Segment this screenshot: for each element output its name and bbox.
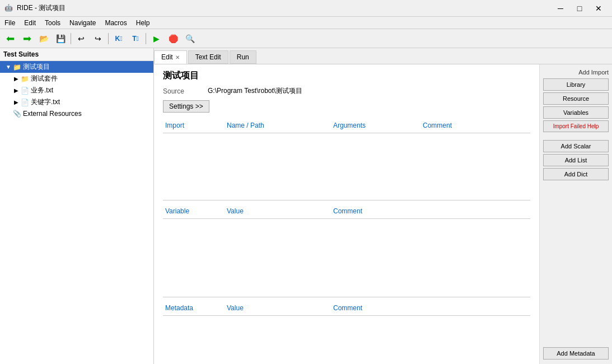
right-buttons-panel: Add Import Library Resource Variables Im… [539,64,612,364]
content-area: Edit ✕ Text Edit Run 测试项目 [154,48,612,364]
toolbar-debug[interactable]: 🔍 [182,31,198,46]
sidebar-header: Test Suites [0,48,153,61]
sidebar-item-root[interactable]: ▼ 📁 测试项目 [0,61,153,73]
import-col-header: Import [163,119,225,132]
settings-button[interactable]: Settings >> [163,100,209,113]
expand-keywords[interactable]: ▶ [12,99,20,106]
menu-help[interactable]: Help [132,18,155,28]
file-icon-business: 📄 [20,86,29,95]
comment-col-header: Comment [421,119,530,132]
source-row: Source G:\Program Test\robot\测试项目 [163,86,530,96]
metadata-data-area [163,316,530,349]
tab-bar: Edit ✕ Text Edit Run [154,48,612,64]
variable-col-header: Variable [163,205,225,217]
folder-icon-root: 📁 [12,63,21,72]
add-metadata-button[interactable]: Add Metadata [543,347,609,360]
menu-tools[interactable]: Tools [40,18,65,28]
spacer [543,182,609,346]
add-list-button[interactable]: Add List [543,154,609,166]
editor-panel: 测试项目 Source G:\Program Test\robot\测试项目 S… [154,64,612,364]
sidebar-item-suite[interactable]: ▶ 📁 测试套件 [0,73,153,85]
expand-business[interactable]: ▶ [12,87,20,95]
menu-navigate[interactable]: Navigate [65,18,100,28]
menubar: File Edit Tools Navigate Macros Help [0,17,612,29]
menu-file[interactable]: File [0,18,20,28]
add-dict-button[interactable]: Add Dict [543,168,609,180]
toolbar-open[interactable]: 📂 [36,31,52,46]
titlebar: 🤖 RIDE - 测试项目 ─ □ ✕ [0,0,612,17]
tree-label-external: External Resources [23,110,82,118]
variable-value-col-header: Value [225,205,331,217]
toolbar-sep1 [71,33,71,44]
tree-label-root: 测试项目 [23,62,50,72]
menu-macros[interactable]: Macros [100,18,131,28]
variables-button[interactable]: Variables [543,106,609,119]
metadata-col-header: Metadata [163,302,225,314]
sidebar-item-keywords[interactable]: ▶ 📄 关键字.txt [0,96,153,108]
expand-suite[interactable]: ▶ [12,75,20,83]
toolbar-undo[interactable]: ↩ [73,31,89,46]
close-button[interactable]: ✕ [590,3,608,14]
variable-header-row: Variable Value Comment [163,203,530,219]
expand-external[interactable] [4,110,12,118]
main-layout: Test Suites ▼ 📁 测试项目 ▶ 📁 测试套件 ▶ 📄 业务.txt… [0,48,612,364]
toolbar-k[interactable]: K⃥ [111,31,127,46]
minimize-button[interactable]: ─ [552,3,569,14]
tab-edit-label: Edit [161,53,173,61]
toolbar: ⬅ ➡ 📂 💾 ↩ ↪ K⃥ T⃥ ▶ 🛑 🔍 [0,29,612,48]
toolbar-save[interactable]: 💾 [53,31,68,46]
add-import-label: Add Import [543,69,609,76]
toolbar-sep3 [146,33,146,44]
expand-root[interactable]: ▼ [4,63,12,71]
folder-icon-suite: 📁 [20,74,29,83]
editor-title: 测试项目 [163,70,530,82]
import-header-row: Import Name / Path Arguments Comment [163,119,530,133]
toolbar-t[interactable]: T⃥ [128,31,143,46]
settings-wrapper: 测试项目 Source G:\Program Test\robot\测试项目 S… [154,64,539,355]
tab-edit[interactable]: Edit ✕ [154,50,187,64]
btn-gap [543,134,609,138]
tree-label-suite: 测试套件 [31,74,58,83]
import-data-area [163,133,530,200]
app-icon: 🤖 [4,4,13,13]
variable-comment-col-header: Comment [331,205,530,217]
import-failed-help-button[interactable]: Import Failed Help [543,120,609,132]
sidebar: Test Suites ▼ 📁 测试项目 ▶ 📁 测试套件 ▶ 📄 业务.txt… [0,48,154,364]
tree-label-business: 业务.txt [31,86,53,95]
metadata-comment-col-header: Comment [331,302,530,314]
tree-label-keywords: 关键字.txt [31,97,60,107]
file-icon-keywords: 📄 [20,98,29,107]
toolbar-forward[interactable]: ➡ [19,31,35,46]
ext-icon: 📎 [12,109,21,118]
toolbar-stop[interactable]: 🛑 [165,31,181,46]
menu-edit[interactable]: Edit [20,18,40,28]
variable-data-area [163,219,530,297]
add-scalar-button[interactable]: Add Scalar [543,140,609,152]
source-label: Source [163,87,208,95]
sidebar-item-external[interactable]: 📎 External Resources [0,108,153,119]
tab-run[interactable]: Run [230,50,256,64]
source-value: G:\Program Test\robot\测试项目 [208,86,302,96]
resource-button[interactable]: Resource [543,92,609,105]
tab-text-edit-label: Text Edit [195,53,221,61]
toolbar-redo[interactable]: ↪ [90,31,106,46]
namepath-col-header: Name / Path [225,119,331,132]
toolbar-sep2 [108,33,109,44]
library-button[interactable]: Library [543,78,609,91]
window-controls: ─ □ ✕ [552,3,608,14]
tab-edit-close[interactable]: ✕ [175,54,180,60]
maximize-button[interactable]: □ [571,3,588,14]
tab-text-edit[interactable]: Text Edit [188,50,228,64]
sidebar-item-business[interactable]: ▶ 📄 业务.txt [0,85,153,96]
toolbar-run[interactable]: ▶ [148,31,164,46]
toolbar-new[interactable]: ⬅ [2,31,18,46]
metadata-header-row: Metadata Value Comment [163,300,530,316]
metadata-value-col-header: Value [225,302,331,314]
tab-run-label: Run [237,53,249,61]
scrollable-content: 测试项目 Source G:\Program Test\robot\测试项目 S… [154,64,539,364]
arguments-col-header: Arguments [331,119,421,132]
app-title: RIDE - 测试项目 [17,3,552,13]
